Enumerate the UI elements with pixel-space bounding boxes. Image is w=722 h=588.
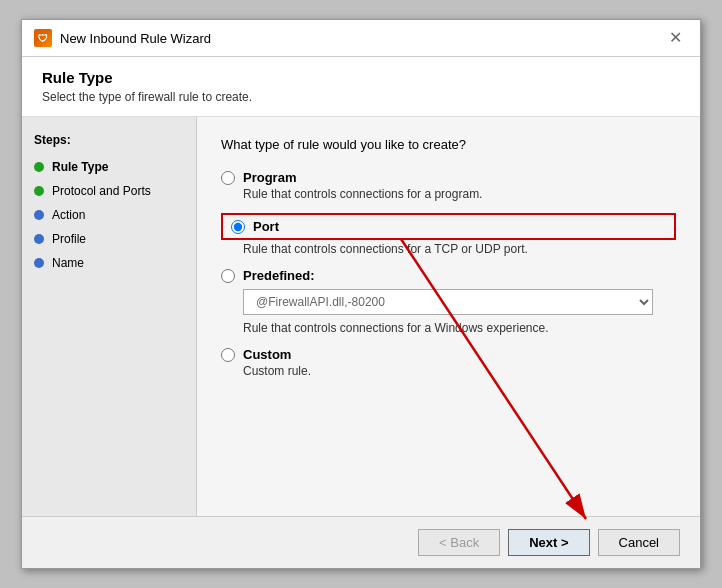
desc-port: Rule that controls connections for a TCP… (243, 242, 676, 256)
step-dot-action (34, 210, 44, 220)
radio-port[interactable] (231, 220, 245, 234)
steps-label: Steps: (22, 129, 196, 155)
label-custom[interactable]: Custom (243, 347, 291, 362)
sidebar-item-profile: Profile (22, 227, 196, 251)
option-group: Program Rule that controls connections f… (221, 170, 676, 378)
step-dot-rule-type (34, 162, 44, 172)
main-panel: What type of rule would you like to crea… (197, 117, 700, 516)
desc-predefined: Rule that controls connections for a Win… (243, 321, 676, 335)
option-predefined: Predefined: @FirewallAPI.dll,-80200 Rule… (221, 268, 676, 335)
sidebar-label-protocol-ports: Protocol and Ports (52, 184, 151, 198)
title-bar: 🛡 New Inbound Rule Wizard ✕ (22, 20, 700, 57)
sidebar-label-action: Action (52, 208, 85, 222)
footer: < Back Next > Cancel (22, 516, 700, 568)
option-custom: Custom Custom rule. (221, 347, 676, 378)
radio-custom[interactable] (221, 348, 235, 362)
back-button[interactable]: < Back (418, 529, 500, 556)
window-title: New Inbound Rule Wizard (60, 31, 211, 46)
desc-program: Rule that controls connections for a pro… (243, 187, 676, 201)
close-button[interactable]: ✕ (663, 28, 688, 48)
question-text: What type of rule would you like to crea… (221, 137, 676, 152)
sidebar-label-rule-type: Rule Type (52, 160, 108, 174)
page-subtitle: Select the type of firewall rule to crea… (42, 90, 680, 104)
option-port: Port Rule that controls connections for … (221, 213, 676, 256)
step-dot-protocol-ports (34, 186, 44, 196)
radio-program[interactable] (221, 171, 235, 185)
sidebar-label-name: Name (52, 256, 84, 270)
sidebar-label-profile: Profile (52, 232, 86, 246)
step-dot-profile (34, 234, 44, 244)
app-icon: 🛡 (34, 29, 52, 47)
label-program[interactable]: Program (243, 170, 296, 185)
steps-sidebar: Steps: Rule Type Protocol and Ports Acti… (22, 117, 197, 516)
sidebar-item-name: Name (22, 251, 196, 275)
cancel-button[interactable]: Cancel (598, 529, 680, 556)
sidebar-item-protocol-ports: Protocol and Ports (22, 179, 196, 203)
page-title: Rule Type (42, 69, 680, 86)
label-port[interactable]: Port (253, 219, 279, 234)
port-selection-box: Port (221, 213, 676, 240)
option-program: Program Rule that controls connections f… (221, 170, 676, 201)
step-dot-name (34, 258, 44, 268)
desc-custom: Custom rule. (243, 364, 676, 378)
label-predefined[interactable]: Predefined: (243, 268, 315, 283)
sidebar-item-rule-type: Rule Type (22, 155, 196, 179)
sidebar-item-action: Action (22, 203, 196, 227)
next-button[interactable]: Next > (508, 529, 589, 556)
predefined-dropdown[interactable]: @FirewallAPI.dll,-80200 (243, 289, 653, 315)
radio-predefined[interactable] (221, 269, 235, 283)
page-header: Rule Type Select the type of firewall ru… (22, 57, 700, 117)
